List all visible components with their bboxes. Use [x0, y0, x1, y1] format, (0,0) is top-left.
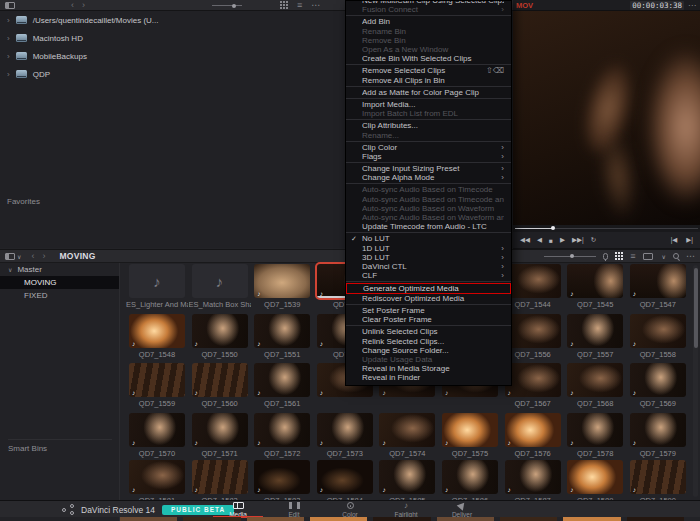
- panel-toggle-icon[interactable]: [5, 2, 15, 9]
- tab-edit[interactable]: Edit: [277, 501, 311, 518]
- playhead-handle[interactable]: [551, 226, 555, 230]
- menu-item-auto-sync-audio-based-on-timecode-and-append-tracks[interactable]: Auto-sync Audio Based on Timecode and Ap…: [346, 195, 511, 204]
- clip-thumb[interactable]: ♪: [442, 413, 498, 447]
- clip-thumb[interactable]: ♪: [505, 264, 561, 298]
- clip-thumb[interactable]: ♪: [505, 363, 561, 397]
- menu-item-auto-sync-audio-based-on-waveform[interactable]: Auto-sync Audio Based on Waveform: [346, 204, 511, 213]
- bin-item-fixed[interactable]: FIXED: [0, 289, 119, 302]
- clip-thumb[interactable]: ♪: [254, 363, 310, 397]
- menu-item-update-timecode-from-audio-ltc[interactable]: Update Timecode from Audio - LTC: [346, 222, 511, 231]
- clip-thumb[interactable]: ♪: [567, 314, 623, 348]
- menu-item-clip-color[interactable]: Clip Color›: [346, 143, 511, 152]
- clip-thumb[interactable]: ♪: [129, 460, 185, 494]
- previous-clip-button[interactable]: |◀: [671, 236, 678, 244]
- clip-thumb[interactable]: ♪: [630, 413, 686, 447]
- clip-thumb[interactable]: ♪: [567, 363, 623, 397]
- pool-list-view-icon[interactable]: ≡: [630, 252, 635, 260]
- search-icon[interactable]: [673, 253, 679, 259]
- clip-thumb[interactable]: ♪: [254, 314, 310, 348]
- menu-item-open-as-a-new-window[interactable]: Open As a New Window: [346, 45, 511, 54]
- thumb-size-slider[interactable]: [212, 5, 242, 6]
- pool-thumb-size-slider[interactable]: [544, 256, 596, 257]
- clip-thumb[interactable]: ♪: [192, 314, 248, 348]
- pool-panel-caret-icon[interactable]: ∨: [17, 253, 21, 260]
- tab-media[interactable]: Media: [221, 501, 255, 518]
- bin-root-master[interactable]: ∨ Master: [0, 263, 119, 276]
- disclosure-caret-icon[interactable]: ›: [7, 70, 10, 79]
- clip-thumb[interactable]: ♪: [505, 460, 561, 494]
- next-clip-button[interactable]: ▶|: [686, 236, 693, 244]
- menu-item-change-input-sizing-preset[interactable]: Change Input Sizing Preset›: [346, 164, 511, 173]
- menu-item-davinci-ctl[interactable]: DaVinci CTL›: [346, 262, 511, 271]
- menu-item-remove-all-clips-in-bin[interactable]: Remove All Clips in Bin: [346, 76, 511, 85]
- menu-item-add-as-matte-for-color-page-clip[interactable]: Add as Matte for Color Page Clip: [346, 88, 511, 97]
- menu-item-reveal-in-media-storage[interactable]: Reveal in Media Storage: [346, 364, 511, 373]
- viewer-options-icon[interactable]: ⋯: [688, 1, 697, 10]
- clip-thumb[interactable]: ♪: [254, 413, 310, 447]
- clip-thumb[interactable]: ♪: [630, 314, 686, 348]
- menu-item-remove-bin[interactable]: Remove Bin: [346, 36, 511, 45]
- pool-slider-handle[interactable]: [570, 254, 574, 258]
- menu-item-create-bin-with-selected-clips[interactable]: Create Bin With Selected Clips: [346, 54, 511, 63]
- menu-item-set-poster-frame[interactable]: Set Poster Frame: [346, 306, 511, 315]
- clip-thumb[interactable]: ♪: [317, 460, 373, 494]
- fast-forward-button[interactable]: ▶▶|: [572, 236, 584, 244]
- clip-thumb[interactable]: ♪: [630, 460, 686, 494]
- clip-thumb[interactable]: ♪: [442, 460, 498, 494]
- clip-thumb[interactable]: ♪: [379, 460, 435, 494]
- menu-item-remove-selected-clips[interactable]: Remove Selected Clips⇧⌫: [346, 66, 511, 75]
- clip-thumb[interactable]: ♪: [505, 314, 561, 348]
- menu-item-import-media[interactable]: Import Media...: [346, 100, 511, 109]
- clip-thumb[interactable]: ♪: [192, 363, 248, 397]
- menu-item-update-usage-data[interactable]: Update Usage Data: [346, 355, 511, 364]
- menu-item-auto-sync-audio-based-on-timecode[interactable]: Auto-sync Audio Based on Timecode: [346, 185, 511, 194]
- clip-thumb[interactable]: ♪: [192, 413, 248, 447]
- menu-item-change-alpha-mode[interactable]: Change Alpha Mode›: [346, 173, 511, 182]
- play-reverse-button[interactable]: ◀: [537, 236, 542, 244]
- clip-thumb[interactable]: ♪: [254, 264, 310, 298]
- disclosure-caret-icon[interactable]: ›: [7, 34, 10, 43]
- sort-caret-icon[interactable]: ∨: [662, 253, 666, 260]
- menu-item-fusion-connect[interactable]: Fusion Connect›: [346, 5, 511, 14]
- audio-preview-icon[interactable]: [603, 253, 608, 260]
- toolbar-options-icon[interactable]: ⋯: [311, 0, 321, 10]
- pool-scrollbar-thumb[interactable]: [694, 268, 698, 348]
- menu-item-rename[interactable]: Rename...: [346, 130, 511, 139]
- menu-item-clear-poster-frame[interactable]: Clear Poster Frame: [346, 315, 511, 324]
- menu-item-1d-lut[interactable]: 1D LUT›: [346, 244, 511, 253]
- clip-thumb[interactable]: ♪: [567, 264, 623, 298]
- pool-forward-icon[interactable]: ›: [38, 252, 49, 261]
- menu-item-reveal-in-finder[interactable]: Reveal in Finder: [346, 373, 511, 382]
- clip-thumb[interactable]: ♪: [254, 460, 310, 494]
- menu-item-generate-optimized-media[interactable]: Generate Optimized Media: [346, 283, 511, 294]
- menu-item-rediscover-optimized-media[interactable]: Rediscover Optimized Media: [346, 294, 511, 303]
- disclosure-caret-icon[interactable]: ›: [7, 52, 10, 61]
- menu-item-auto-sync-audio-based-on-waveform-and-append-tracks[interactable]: Auto-sync Audio Based on Waveform and Ap…: [346, 213, 511, 222]
- forward-icon[interactable]: ›: [78, 1, 89, 10]
- tab-fairlight[interactable]: ♪Fairlight: [389, 501, 423, 518]
- menu-item-no-lut[interactable]: ✓No LUT: [346, 234, 511, 243]
- pool-options-icon[interactable]: ⋯: [686, 251, 696, 261]
- disclosure-caret-icon[interactable]: ›: [7, 16, 10, 25]
- menu-item-flags[interactable]: Flags›: [346, 152, 511, 161]
- menu-item-relink-selected-clips[interactable]: Relink Selected Clips...: [346, 337, 511, 346]
- audio-clip-thumb[interactable]: ♪: [129, 264, 185, 298]
- clip-thumb[interactable]: ♪: [317, 413, 373, 447]
- pool-scrollbar[interactable]: [693, 265, 698, 497]
- clip-thumb[interactable]: ♪: [505, 413, 561, 447]
- clip-thumb[interactable]: ♪: [630, 363, 686, 397]
- play-button[interactable]: ▶: [560, 236, 565, 244]
- clip-thumb[interactable]: ♪: [567, 460, 623, 494]
- clip-thumb[interactable]: ♪: [129, 314, 185, 348]
- menu-item-rename-bin[interactable]: Rename Bin: [346, 27, 511, 36]
- clip-thumb[interactable]: ♪: [192, 460, 248, 494]
- list-view-icon[interactable]: ≡: [297, 1, 302, 9]
- clip-thumb[interactable]: ♪: [630, 264, 686, 298]
- tab-color[interactable]: Color: [333, 501, 367, 518]
- viewer-video[interactable]: [513, 11, 700, 225]
- pool-back-icon[interactable]: ‹: [27, 252, 38, 261]
- loop-button[interactable]: ↻: [591, 236, 596, 244]
- clip-thumb[interactable]: ♪: [129, 363, 185, 397]
- grid-view-icon[interactable]: [280, 1, 288, 9]
- stop-button[interactable]: ■: [549, 237, 553, 244]
